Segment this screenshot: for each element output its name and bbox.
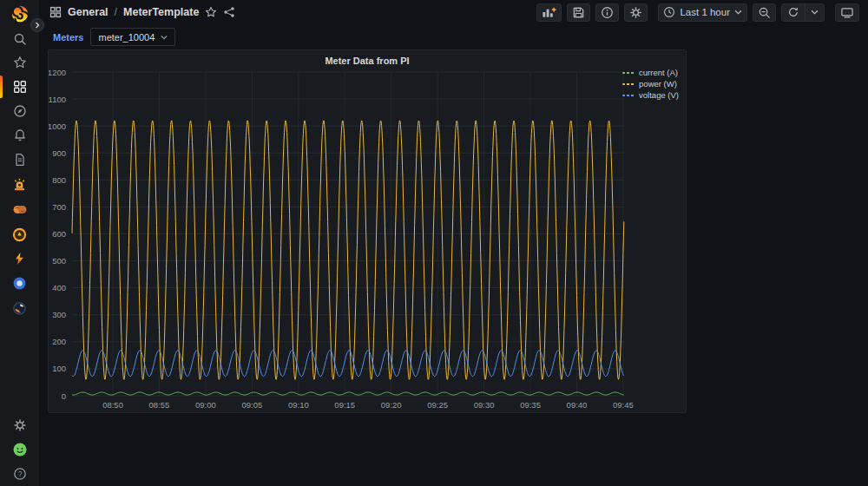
sidebar-item-profile[interactable] bbox=[0, 438, 39, 461]
sidebar-plugin-siren[interactable] bbox=[0, 174, 39, 196]
save-dashboard-button[interactable] bbox=[567, 3, 590, 22]
sidebar-plugin-gauge[interactable] bbox=[0, 223, 39, 246]
x-axis-tick-label: 09:10 bbox=[288, 400, 309, 410]
y-axis-tick-label: 1200 bbox=[49, 68, 66, 77]
x-axis-tick-label: 09:25 bbox=[427, 400, 448, 410]
dashboard-info-button[interactable] bbox=[595, 3, 619, 22]
y-axis-tick-label: 200 bbox=[52, 337, 66, 346]
x-axis-tick-label: 09:40 bbox=[567, 400, 588, 410]
breadcrumb-dashboard-title[interactable]: MeterTemplate bbox=[123, 6, 199, 18]
svg-text:?: ? bbox=[17, 470, 22, 478]
legend-swatch bbox=[622, 83, 635, 85]
help-icon: ? bbox=[13, 467, 27, 481]
grafana-dashboard-screen: ? General / MeterTemplate bbox=[0, 0, 868, 486]
sidebar-item-configuration[interactable] bbox=[0, 414, 39, 437]
legend-swatch bbox=[622, 72, 635, 74]
top-navbar: General / MeterTemplate bbox=[39, 0, 868, 24]
x-axis-tick-label: 08:50 bbox=[102, 400, 123, 410]
x-axis-tick-label: 09:45 bbox=[613, 400, 634, 410]
sidebar-item-help[interactable]: ? bbox=[0, 463, 39, 485]
chart-legend: current (A)power (W)voltage (V) bbox=[622, 67, 679, 101]
legend-label: voltage (V) bbox=[639, 90, 679, 100]
add-panel-icon bbox=[542, 5, 556, 19]
cycle-view-mode-button[interactable] bbox=[835, 3, 859, 22]
globe-plugin-icon bbox=[12, 301, 27, 316]
sidebar-plugin-globe[interactable] bbox=[0, 297, 39, 319]
chevron-down-icon bbox=[161, 35, 168, 40]
y-axis-tick-label: 400 bbox=[52, 283, 66, 292]
left-sidebar: ? bbox=[0, 0, 39, 486]
refresh-button-group bbox=[781, 3, 825, 22]
y-axis-tick-label: 500 bbox=[52, 256, 66, 266]
x-axis-tick-label: 09:35 bbox=[520, 400, 541, 410]
refresh-icon bbox=[787, 6, 799, 18]
y-axis-tick-label: 100 bbox=[52, 364, 66, 373]
sidebar-plugin-blue[interactable] bbox=[0, 272, 39, 294]
sidebar-plugin-bolt[interactable] bbox=[0, 247, 39, 270]
x-axis-tick-label: 08:55 bbox=[149, 400, 170, 410]
sidebar-item-starred[interactable] bbox=[0, 51, 39, 74]
y-axis-tick-label: 1000 bbox=[49, 122, 66, 131]
y-axis-tick-label: 600 bbox=[52, 229, 66, 239]
chevron-down-icon bbox=[811, 10, 819, 15]
chevron-right-icon bbox=[34, 22, 41, 29]
series-line-current bbox=[72, 392, 624, 395]
user-avatar-icon bbox=[12, 442, 28, 457]
variable-selected-value: meter_10004 bbox=[98, 32, 155, 43]
gear-icon bbox=[13, 418, 27, 432]
blue-plugin-icon bbox=[12, 276, 27, 291]
sidebar-plugin-brain[interactable] bbox=[0, 198, 39, 220]
y-axis-tick-label: 700 bbox=[52, 202, 66, 212]
legend-item-voltage[interactable]: voltage (V) bbox=[622, 89, 679, 101]
sidebar-item-explore[interactable] bbox=[0, 100, 39, 122]
y-axis-tick-label: 900 bbox=[52, 148, 66, 158]
chevron-down-icon bbox=[734, 10, 742, 15]
star-dashboard-button[interactable] bbox=[205, 6, 217, 18]
variable-value-dropdown[interactable]: meter_10004 bbox=[90, 28, 175, 46]
dashboard-settings-button[interactable] bbox=[624, 3, 648, 22]
y-axis-tick-label: 800 bbox=[52, 175, 66, 185]
settings-gear-icon bbox=[629, 6, 642, 19]
y-axis-tick-label: 1100 bbox=[49, 95, 66, 104]
lightning-bolt-icon bbox=[13, 252, 26, 266]
submenu-variables-row: Meters meter_10004 bbox=[39, 24, 868, 49]
gauge-plugin-icon bbox=[12, 227, 27, 242]
search-icon bbox=[13, 32, 27, 46]
star-icon bbox=[13, 56, 27, 69]
y-axis-tick-label: 300 bbox=[52, 310, 66, 319]
x-axis-tick-label: 09:20 bbox=[381, 400, 402, 410]
sidebar-item-alerting[interactable] bbox=[0, 124, 39, 147]
legend-item-power[interactable]: power (W) bbox=[622, 78, 679, 89]
sidebar-expand-button[interactable] bbox=[30, 18, 44, 32]
sidebar-item-dashboards[interactable] bbox=[0, 76, 39, 98]
grafana-logo-icon bbox=[10, 4, 30, 23]
breadcrumb-folder[interactable]: General bbox=[68, 6, 108, 18]
refresh-dashboard-button[interactable] bbox=[782, 4, 805, 21]
legend-item-current[interactable]: current (A) bbox=[622, 67, 679, 78]
sidebar-item-docs[interactable] bbox=[0, 148, 39, 171]
time-range-picker[interactable]: Last 1 hour bbox=[658, 3, 747, 22]
legend-label: power (W) bbox=[639, 79, 677, 89]
refresh-interval-dropdown[interactable] bbox=[805, 4, 824, 21]
x-axis-tick-label: 09:30 bbox=[474, 400, 495, 410]
time-range-label: Last 1 hour bbox=[680, 7, 730, 17]
x-axis-tick-label: 09:05 bbox=[241, 400, 262, 410]
legend-label: current (A) bbox=[639, 68, 678, 77]
tv-monitor-icon bbox=[840, 6, 854, 19]
share-dashboard-button[interactable] bbox=[223, 6, 235, 18]
timeseries-chart[interactable]: 0100200300400500600700800900100011001200… bbox=[49, 50, 686, 412]
share-icon bbox=[223, 6, 235, 18]
time-zoom-out-button[interactable] bbox=[753, 3, 776, 22]
variable-label: Meters bbox=[53, 32, 83, 43]
save-icon bbox=[572, 6, 585, 19]
brain-plugin-icon bbox=[12, 203, 28, 216]
add-panel-button[interactable] bbox=[536, 3, 562, 22]
apps-grid-icon bbox=[49, 6, 62, 18]
x-axis-tick-label: 09:00 bbox=[195, 400, 216, 410]
zoom-out-icon bbox=[758, 6, 771, 19]
bell-icon bbox=[13, 128, 27, 142]
y-axis-tick-label: 0 bbox=[62, 391, 66, 401]
clock-icon bbox=[663, 6, 675, 18]
siren-plugin-icon bbox=[12, 178, 27, 193]
panel-meter-data: Meter Data from PI 010020030040050060070… bbox=[48, 49, 687, 413]
